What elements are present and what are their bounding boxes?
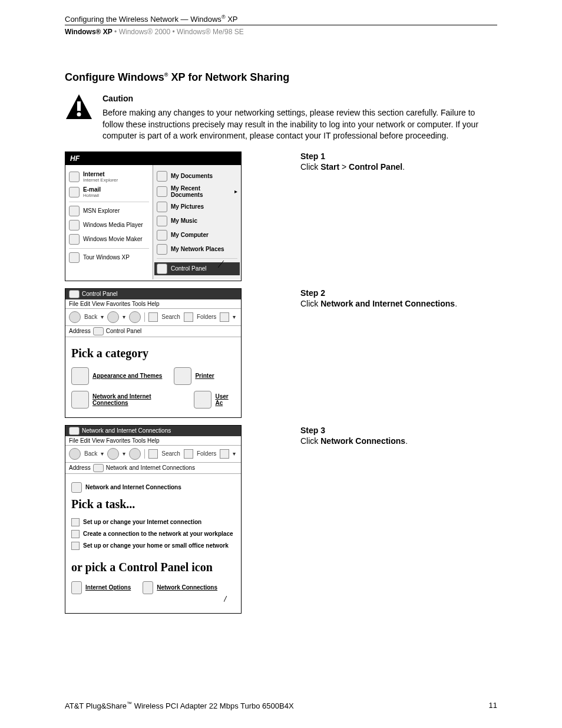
up-button[interactable] [129,311,141,323]
task-1-label: Set up or change your Internet connectio… [83,519,201,525]
breadcrumb-text: Configuring the Wireless Network — Windo… [65,15,222,24]
control-panel-icon [69,290,80,298]
views-icon[interactable] [220,312,229,322]
caution-body: Before making any changes to your networ… [103,108,478,140]
clock-icon [157,186,167,197]
start-item-control-panel[interactable]: Control Panel [154,262,240,275]
footer-brand: AT&T Plug&Share [65,701,127,710]
start-item-my-pictures[interactable]: My Pictures [157,202,237,212]
address-value[interactable]: Control Panel [106,328,142,334]
window-menubar[interactable]: File Edit View Favorites Tools Help [65,436,241,446]
start-menu-user: HF [65,152,241,165]
os-tabs: Windows® XP • Windows® 2000 • Windows® M… [65,25,497,36]
dropdown-icon[interactable]: ▾ [123,450,125,457]
pick-category-heading: Pick a category [71,347,235,360]
arrow-icon [71,530,80,538]
start-item-msn[interactable]: MSN Explorer [69,206,149,216]
start-item-pics-label: My Pictures [171,203,204,210]
film-icon [69,234,80,245]
start-item-tour[interactable]: Tour Windows XP [69,252,149,263]
folders-icon[interactable] [184,449,193,459]
start-item-email[interactable]: E-mailHotmail [69,186,149,198]
back-label: Back [84,314,97,320]
tab-winme98[interactable]: Windows® Me/98 SE [177,28,244,36]
control-panel-icon [93,327,104,335]
network-icon [157,244,167,255]
category-users-label: User Ac [215,393,235,406]
task-home-network[interactable]: Set up or change your home or small offi… [71,542,235,550]
address-value[interactable]: Network and Internet Connections [106,465,195,471]
start-item-my-computer[interactable]: My Computer [157,230,237,241]
start-item-moviemaker[interactable]: Windows Movie Maker [69,234,149,245]
forward-button[interactable] [107,448,119,460]
footer-product: AT&T Plug&Share™ Wireless PCI Adapter 22… [65,701,294,710]
start-menu-right-column: My Documents My Recent Documents▸ My Pic… [153,165,241,279]
search-icon[interactable] [148,312,158,322]
steps-area: Step 1 Click Start > Control Panel. Step… [65,151,497,614]
window-menubar[interactable]: File Edit View Favorites Tools Help [65,299,241,309]
back-button[interactable] [69,311,81,323]
folders-icon[interactable] [184,312,193,322]
address-bar: Address Network and Internet Connections [65,463,241,474]
globe-icon [69,172,80,182]
cpicon-internet-options[interactable]: Internet Options [71,581,131,594]
header-breadcrumb: Configuring the Wireless Network — Windo… [65,14,497,25]
task-3-label: Set up or change your home or small offi… [83,542,229,549]
category-network[interactable]: Network and Internet Connections [71,391,182,409]
tab-win2000[interactable]: Windows® 2000 [119,28,171,36]
warning-icon [65,93,93,124]
start-item-cp-label: Control Panel [171,265,207,272]
start-item-network-places[interactable]: My Network Places [157,244,237,255]
start-item-recent-documents[interactable]: My Recent Documents▸ [157,185,237,198]
back-label: Back [84,450,97,457]
folder-icon [157,171,167,182]
address-label: Address [69,328,91,334]
caution-text: Caution Before making any changes to you… [103,93,497,141]
tab-sep: • [114,28,119,36]
forward-button[interactable] [107,311,119,323]
category-appearance[interactable]: Appearance and Themes [71,367,162,385]
play-icon [69,220,80,230]
screenshot-start-menu: HF InternetInternet Explorer E-mailHotma… [65,151,242,281]
back-button[interactable] [69,448,81,460]
dropdown-icon[interactable]: ▾ [123,314,125,320]
dropdown-icon[interactable]: ▾ [233,314,236,320]
toolbar-separator [144,449,145,459]
network-icon [93,464,104,472]
start-item-msn-label: MSN Explorer [83,207,120,214]
address-bar: Address Control Panel [65,326,241,337]
start-item-my-music[interactable]: My Music [157,216,237,226]
category-appearance-label: Appearance and Themes [92,373,162,379]
category-printers[interactable]: Printer [174,367,214,385]
tab-winxp[interactable]: Windows® XP [65,28,113,36]
category-users[interactable]: User Ac [194,391,235,409]
start-item-wmp[interactable]: Windows Media Player [69,220,149,230]
cpicon-network-connections[interactable]: Network Connections [143,581,217,594]
printer-icon [174,367,191,385]
network-icon [69,427,80,435]
dropdown-icon[interactable]: ▾ [233,450,236,457]
svg-rect-1 [77,101,81,111]
search-icon[interactable] [148,449,158,459]
dropdown-icon[interactable]: ▾ [101,450,104,457]
views-icon[interactable] [220,449,229,459]
start-item-music-label: My Music [171,218,197,224]
footer-model: Wireless PCI Adapter 22 Mbps Turbo 6500B… [132,701,294,710]
start-item-internet[interactable]: InternetInternet Explorer [69,171,149,183]
task-workplace-connection[interactable]: Create a connection to the network at yo… [71,530,235,538]
screenshot-1-holder: HF InternetInternet Explorer E-mailHotma… [65,151,497,281]
users-icon [194,391,211,409]
up-button[interactable] [129,448,141,460]
flag-icon [69,252,80,263]
music-icon [157,216,167,226]
pick-icon-heading: or pick a Control Panel icon [71,561,235,574]
dropdown-icon[interactable]: ▾ [101,314,104,320]
window-toolbar: Back▾ ▾ Search Folders ▾ [65,309,241,326]
picture-icon [157,202,167,212]
task-setup-internet[interactable]: Set up or change your Internet connectio… [71,518,235,526]
msn-icon [69,206,80,216]
page-footer: AT&T Plug&Share™ Wireless PCI Adapter 22… [65,701,497,710]
nic-section-header: Network and Internet Connections [71,482,235,493]
start-item-net-label: My Network Places [171,246,224,252]
start-item-my-documents[interactable]: My Documents [157,171,237,182]
